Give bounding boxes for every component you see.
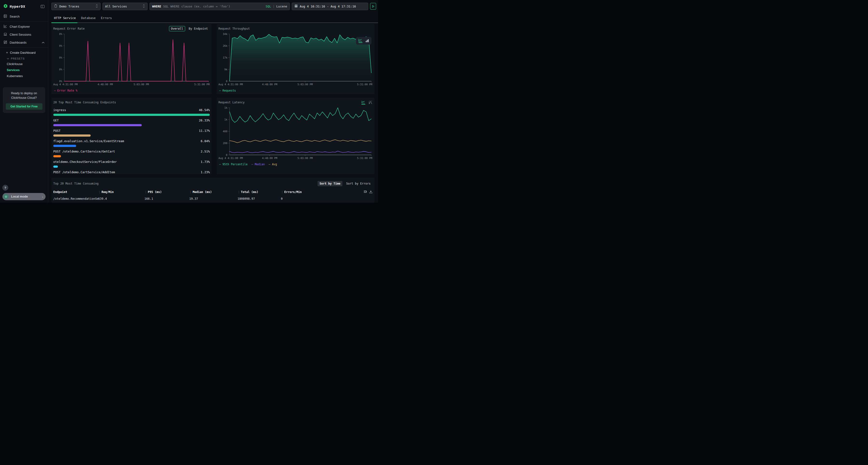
where-clause-input[interactable]: WHERE SQL WHERE clause (ex. column = 'fo…	[150, 3, 290, 10]
endpoint-percent: 2.51%	[200, 150, 210, 154]
column-header[interactable]: ⋮P95 (ms)	[145, 190, 189, 194]
expand-rows-icon[interactable]	[364, 190, 367, 194]
panel-title: 20 Top Most Time Consuming Endpoints	[53, 101, 116, 104]
column-header[interactable]: ⋮Req/Min	[98, 190, 145, 194]
tabs-track	[51, 23, 378, 23]
time-range-picker[interactable]: Aug 4 16:31:16 - Aug 4 17:31:16	[292, 3, 368, 10]
sidebar-item-search[interactable]: Search	[0, 12, 48, 21]
throughput-chart[interactable]: 34k26k17k9k0Aug 4 4:31:00 PM4:48:00 PM5:…	[218, 32, 373, 89]
table-cell: 19.37	[189, 197, 238, 200]
line-chart-icon[interactable]	[358, 38, 362, 43]
endpoint-item[interactable]: POST /oteldemo.CartService/AddItem1.23%	[53, 170, 210, 174]
drag-grip-icon[interactable]: ⋮	[98, 191, 100, 194]
bar-chart-icon[interactable]	[365, 39, 369, 42]
line-chart-icon	[3, 24, 7, 29]
latency-chart[interactable]: 1k1k4002000Aug 4 4:31:00 PM4:48:00 PM5:0…	[218, 105, 373, 162]
create-dashboard-label: Create Dashboard	[10, 51, 35, 55]
endpoint-name: POST	[53, 129, 61, 133]
sidebar-item-label: Chart Explorer	[10, 25, 30, 28]
overall-toggle-button[interactable]: Overall	[169, 26, 185, 31]
endpoint-item[interactable]: POST11.17%	[53, 129, 210, 137]
get-started-button[interactable]: Get Started for Free	[6, 103, 42, 110]
sidebar-item-client-sessions[interactable]: Client Sessions	[0, 31, 48, 38]
legend-item: — Median	[251, 163, 265, 166]
source-select[interactable]: Demo Traces	[51, 3, 100, 10]
legend-item: — Avg	[269, 163, 277, 166]
svg-text:0%: 0%	[59, 80, 62, 82]
svg-text:5:31:00 PM: 5:31:00 PM	[194, 83, 210, 86]
endpoint-item[interactable]: flagd.evaluation.v1.Service/EventStream6…	[53, 139, 210, 147]
download-icon[interactable]	[369, 190, 373, 194]
drag-grip-icon[interactable]: ⋮	[189, 191, 191, 194]
presets-toggle[interactable]: PRESETS	[0, 56, 48, 61]
svg-text:5:31:00 PM: 5:31:00 PM	[357, 83, 372, 86]
chevron-down-icon	[7, 57, 9, 60]
tab-database[interactable]: Database	[79, 13, 98, 23]
svg-text:5:03:00 PM: 5:03:00 PM	[298, 157, 313, 160]
error-rate-panel: Request Error Rate Overall By Endpoint 0…	[51, 24, 212, 94]
svg-text:0%: 0%	[59, 33, 62, 35]
sort-by-errors-button[interactable]: Sort by Errors	[344, 181, 373, 186]
lucene-mode-button[interactable]: Lucene	[276, 5, 287, 8]
svg-text:4:48:00 PM: 4:48:00 PM	[98, 83, 113, 86]
sidebar: HyperDX Search Chart Explorer Client Ses…	[0, 0, 48, 203]
endpoints-table-panel: Top 20 Most Time Consuming Sort by Time …	[51, 177, 374, 203]
avatar: U	[3, 194, 9, 199]
drag-grip-icon[interactable]: ⋮	[281, 191, 283, 194]
table-cell: 1808098.97	[238, 197, 281, 200]
sidebar-item-chart-explorer[interactable]: Chart Explorer	[0, 23, 48, 31]
table-cell: 639.4	[98, 197, 145, 200]
svg-text:5:31:00 PM: 5:31:00 PM	[357, 157, 372, 160]
user-menu[interactable]: U Local mode ›	[2, 193, 45, 200]
sidebar-preset-clickhouse[interactable]: ClickHouse	[0, 61, 48, 67]
laptop-icon	[3, 32, 7, 37]
column-header[interactable]: ⋮Median (ms)	[189, 190, 238, 194]
svg-text:Aug 4 4:31:00 PM: Aug 4 4:31:00 PM	[53, 83, 78, 86]
sidebar-item-label: Dashboards	[10, 41, 39, 44]
legend-item: — Requests	[219, 89, 236, 92]
where-prefix-label: WHERE	[152, 5, 161, 8]
svg-text:0%: 0%	[59, 56, 62, 59]
collapse-sidebar-icon[interactable]	[40, 5, 44, 8]
endpoint-percent: 6.84%	[200, 139, 210, 143]
source-select-value: Demo Traces	[59, 5, 79, 8]
drag-grip-icon[interactable]: ⋮	[238, 191, 240, 194]
tab-http-service[interactable]: HTTP Service	[51, 13, 79, 23]
table-row[interactable]: /oteldemo.RecommendationServ639.4166.119…	[53, 195, 373, 202]
endpoint-name: flagd.evaluation.v1.Service/EventStream	[53, 139, 124, 143]
endpoint-bar	[53, 124, 142, 126]
svg-text:9k: 9k	[224, 68, 227, 71]
table-header-row: Endpoint⋮Req/Min⋮P95 (ms)⋮Median (ms)⋮To…	[53, 189, 373, 195]
endpoint-item[interactable]: ingress46.54%	[53, 108, 210, 116]
service-select[interactable]: All Services	[102, 3, 148, 10]
sort-by-time-button[interactable]: Sort by Time	[317, 181, 342, 186]
endpoint-item[interactable]: POST /oteldemo.CartService/GetCart2.51%	[53, 150, 210, 157]
tabs-active-underline	[51, 23, 78, 23]
endpoint-item[interactable]: GET26.33%	[53, 119, 210, 126]
histogram-icon[interactable]	[369, 101, 373, 104]
sidebar-preset-services[interactable]: Services	[0, 67, 48, 73]
chart-type-switcher	[356, 37, 372, 44]
run-query-button[interactable]	[370, 3, 376, 10]
sidebar-item-label: Search	[10, 15, 20, 18]
table-cell: /oteldemo.RecommendationServ	[53, 197, 98, 200]
tab-errors[interactable]: Errors	[98, 13, 115, 23]
svg-text:5:03:00 PM: 5:03:00 PM	[133, 83, 149, 86]
drag-grip-icon[interactable]: ⋮	[145, 191, 147, 194]
endpoint-name: POST /oteldemo.CartService/AddItem	[53, 170, 115, 174]
sidebar-preset-kubernetes[interactable]: Kubernetes	[0, 73, 48, 79]
latency-panel: Request Latency 1k1k4002000Au	[217, 98, 374, 174]
column-header[interactable]: Endpoint	[53, 190, 98, 194]
help-button[interactable]: ?	[2, 185, 8, 191]
endpoint-item[interactable]: oteldemo.CheckoutService/PlaceOrder1.73%	[53, 160, 210, 168]
column-header[interactable]: ⋮Errors/Min	[281, 190, 362, 194]
error-rate-chart[interactable]: 0%0%0%0%0%Aug 4 4:31:00 PM4:48:00 PM5:03…	[53, 32, 210, 89]
sidebar-item-dashboards[interactable]: Dashboards	[0, 38, 48, 46]
by-endpoint-toggle-button[interactable]: By Endpoint	[187, 26, 210, 31]
endpoint-percent: 1.23%	[200, 170, 210, 174]
line-chart-icon[interactable]	[362, 100, 365, 105]
column-header[interactable]: ⋮Total (ms)	[238, 190, 281, 194]
sql-mode-button[interactable]: SQL	[266, 5, 271, 8]
hyperdx-app: HyperDX Search Chart Explorer Client Ses…	[0, 0, 378, 203]
create-dashboard-button[interactable]: + Create Dashboard	[0, 49, 48, 56]
